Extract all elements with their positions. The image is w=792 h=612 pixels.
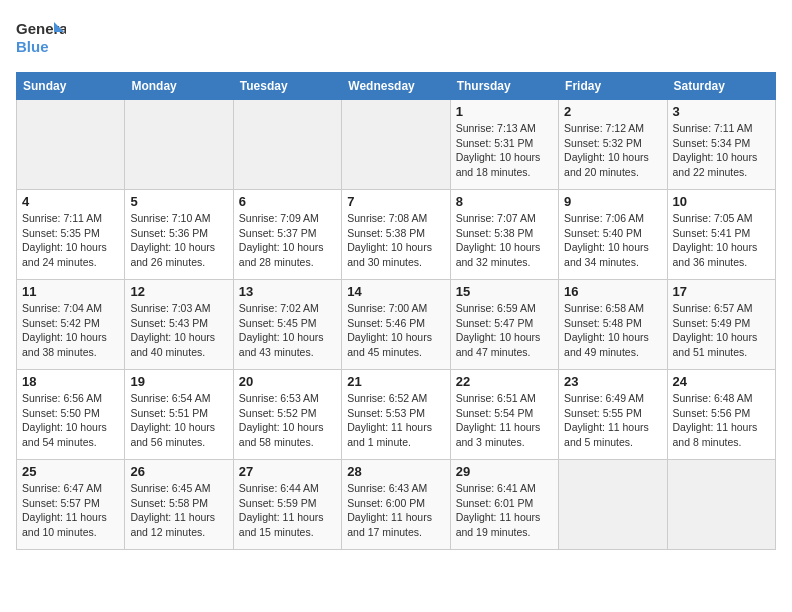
- calendar-cell: 7Sunrise: 7:08 AM Sunset: 5:38 PM Daylig…: [342, 190, 450, 280]
- header-day-monday: Monday: [125, 73, 233, 100]
- day-number: 24: [673, 374, 770, 389]
- day-number: 3: [673, 104, 770, 119]
- logo-svg: GeneralBlue: [16, 16, 66, 60]
- calendar-cell: 15Sunrise: 6:59 AM Sunset: 5:47 PM Dayli…: [450, 280, 558, 370]
- calendar-cell: 27Sunrise: 6:44 AM Sunset: 5:59 PM Dayli…: [233, 460, 341, 550]
- week-row-4: 18Sunrise: 6:56 AM Sunset: 5:50 PM Dayli…: [17, 370, 776, 460]
- day-number: 11: [22, 284, 119, 299]
- calendar-cell: 29Sunrise: 6:41 AM Sunset: 6:01 PM Dayli…: [450, 460, 558, 550]
- day-number: 2: [564, 104, 661, 119]
- day-details: Sunrise: 7:10 AM Sunset: 5:36 PM Dayligh…: [130, 211, 227, 270]
- day-details: Sunrise: 7:13 AM Sunset: 5:31 PM Dayligh…: [456, 121, 553, 180]
- day-details: Sunrise: 6:52 AM Sunset: 5:53 PM Dayligh…: [347, 391, 444, 450]
- calendar-cell: 20Sunrise: 6:53 AM Sunset: 5:52 PM Dayli…: [233, 370, 341, 460]
- day-number: 29: [456, 464, 553, 479]
- header-day-friday: Friday: [559, 73, 667, 100]
- calendar-cell: [125, 100, 233, 190]
- calendar-cell: 11Sunrise: 7:04 AM Sunset: 5:42 PM Dayli…: [17, 280, 125, 370]
- day-number: 25: [22, 464, 119, 479]
- day-details: Sunrise: 7:12 AM Sunset: 5:32 PM Dayligh…: [564, 121, 661, 180]
- calendar-cell: 9Sunrise: 7:06 AM Sunset: 5:40 PM Daylig…: [559, 190, 667, 280]
- day-details: Sunrise: 7:09 AM Sunset: 5:37 PM Dayligh…: [239, 211, 336, 270]
- day-number: 28: [347, 464, 444, 479]
- calendar-cell: 23Sunrise: 6:49 AM Sunset: 5:55 PM Dayli…: [559, 370, 667, 460]
- day-details: Sunrise: 6:41 AM Sunset: 6:01 PM Dayligh…: [456, 481, 553, 540]
- day-number: 21: [347, 374, 444, 389]
- calendar-cell: 18Sunrise: 6:56 AM Sunset: 5:50 PM Dayli…: [17, 370, 125, 460]
- calendar-cell: [342, 100, 450, 190]
- day-details: Sunrise: 6:44 AM Sunset: 5:59 PM Dayligh…: [239, 481, 336, 540]
- day-details: Sunrise: 6:47 AM Sunset: 5:57 PM Dayligh…: [22, 481, 119, 540]
- calendar-cell: 26Sunrise: 6:45 AM Sunset: 5:58 PM Dayli…: [125, 460, 233, 550]
- day-details: Sunrise: 7:02 AM Sunset: 5:45 PM Dayligh…: [239, 301, 336, 360]
- week-row-1: 1Sunrise: 7:13 AM Sunset: 5:31 PM Daylig…: [17, 100, 776, 190]
- calendar-cell: 28Sunrise: 6:43 AM Sunset: 6:00 PM Dayli…: [342, 460, 450, 550]
- day-number: 17: [673, 284, 770, 299]
- day-number: 13: [239, 284, 336, 299]
- day-number: 4: [22, 194, 119, 209]
- header-day-wednesday: Wednesday: [342, 73, 450, 100]
- day-details: Sunrise: 6:56 AM Sunset: 5:50 PM Dayligh…: [22, 391, 119, 450]
- calendar-cell: 4Sunrise: 7:11 AM Sunset: 5:35 PM Daylig…: [17, 190, 125, 280]
- day-details: Sunrise: 7:08 AM Sunset: 5:38 PM Dayligh…: [347, 211, 444, 270]
- calendar-cell: 16Sunrise: 6:58 AM Sunset: 5:48 PM Dayli…: [559, 280, 667, 370]
- day-number: 14: [347, 284, 444, 299]
- calendar-cell: [17, 100, 125, 190]
- day-details: Sunrise: 7:11 AM Sunset: 5:35 PM Dayligh…: [22, 211, 119, 270]
- calendar-cell: [559, 460, 667, 550]
- calendar-cell: 24Sunrise: 6:48 AM Sunset: 5:56 PM Dayli…: [667, 370, 775, 460]
- header: GeneralBlue: [16, 16, 776, 60]
- day-details: Sunrise: 7:03 AM Sunset: 5:43 PM Dayligh…: [130, 301, 227, 360]
- day-details: Sunrise: 6:48 AM Sunset: 5:56 PM Dayligh…: [673, 391, 770, 450]
- day-details: Sunrise: 7:06 AM Sunset: 5:40 PM Dayligh…: [564, 211, 661, 270]
- calendar-cell: 12Sunrise: 7:03 AM Sunset: 5:43 PM Dayli…: [125, 280, 233, 370]
- week-row-5: 25Sunrise: 6:47 AM Sunset: 5:57 PM Dayli…: [17, 460, 776, 550]
- week-row-2: 4Sunrise: 7:11 AM Sunset: 5:35 PM Daylig…: [17, 190, 776, 280]
- day-details: Sunrise: 7:05 AM Sunset: 5:41 PM Dayligh…: [673, 211, 770, 270]
- calendar-cell: 21Sunrise: 6:52 AM Sunset: 5:53 PM Dayli…: [342, 370, 450, 460]
- day-number: 27: [239, 464, 336, 479]
- day-details: Sunrise: 6:51 AM Sunset: 5:54 PM Dayligh…: [456, 391, 553, 450]
- day-number: 10: [673, 194, 770, 209]
- day-number: 6: [239, 194, 336, 209]
- svg-text:Blue: Blue: [16, 38, 49, 55]
- day-number: 9: [564, 194, 661, 209]
- calendar-cell: 6Sunrise: 7:09 AM Sunset: 5:37 PM Daylig…: [233, 190, 341, 280]
- day-details: Sunrise: 7:00 AM Sunset: 5:46 PM Dayligh…: [347, 301, 444, 360]
- header-row: SundayMondayTuesdayWednesdayThursdayFrid…: [17, 73, 776, 100]
- day-details: Sunrise: 7:07 AM Sunset: 5:38 PM Dayligh…: [456, 211, 553, 270]
- day-details: Sunrise: 7:11 AM Sunset: 5:34 PM Dayligh…: [673, 121, 770, 180]
- day-number: 26: [130, 464, 227, 479]
- calendar-cell: [667, 460, 775, 550]
- day-details: Sunrise: 6:53 AM Sunset: 5:52 PM Dayligh…: [239, 391, 336, 450]
- calendar-cell: 14Sunrise: 7:00 AM Sunset: 5:46 PM Dayli…: [342, 280, 450, 370]
- calendar-cell: 13Sunrise: 7:02 AM Sunset: 5:45 PM Dayli…: [233, 280, 341, 370]
- day-details: Sunrise: 7:04 AM Sunset: 5:42 PM Dayligh…: [22, 301, 119, 360]
- calendar-table: SundayMondayTuesdayWednesdayThursdayFrid…: [16, 72, 776, 550]
- calendar-cell: [233, 100, 341, 190]
- day-details: Sunrise: 6:49 AM Sunset: 5:55 PM Dayligh…: [564, 391, 661, 450]
- header-day-tuesday: Tuesday: [233, 73, 341, 100]
- day-number: 20: [239, 374, 336, 389]
- day-number: 18: [22, 374, 119, 389]
- day-details: Sunrise: 6:57 AM Sunset: 5:49 PM Dayligh…: [673, 301, 770, 360]
- day-details: Sunrise: 6:54 AM Sunset: 5:51 PM Dayligh…: [130, 391, 227, 450]
- day-number: 7: [347, 194, 444, 209]
- day-number: 12: [130, 284, 227, 299]
- calendar-cell: 5Sunrise: 7:10 AM Sunset: 5:36 PM Daylig…: [125, 190, 233, 280]
- day-details: Sunrise: 6:58 AM Sunset: 5:48 PM Dayligh…: [564, 301, 661, 360]
- day-number: 1: [456, 104, 553, 119]
- day-details: Sunrise: 6:45 AM Sunset: 5:58 PM Dayligh…: [130, 481, 227, 540]
- day-number: 23: [564, 374, 661, 389]
- header-day-sunday: Sunday: [17, 73, 125, 100]
- header-day-saturday: Saturday: [667, 73, 775, 100]
- day-details: Sunrise: 6:43 AM Sunset: 6:00 PM Dayligh…: [347, 481, 444, 540]
- header-day-thursday: Thursday: [450, 73, 558, 100]
- calendar-cell: 19Sunrise: 6:54 AM Sunset: 5:51 PM Dayli…: [125, 370, 233, 460]
- calendar-cell: 3Sunrise: 7:11 AM Sunset: 5:34 PM Daylig…: [667, 100, 775, 190]
- calendar-cell: 2Sunrise: 7:12 AM Sunset: 5:32 PM Daylig…: [559, 100, 667, 190]
- day-number: 15: [456, 284, 553, 299]
- day-number: 22: [456, 374, 553, 389]
- day-number: 19: [130, 374, 227, 389]
- calendar-cell: 1Sunrise: 7:13 AM Sunset: 5:31 PM Daylig…: [450, 100, 558, 190]
